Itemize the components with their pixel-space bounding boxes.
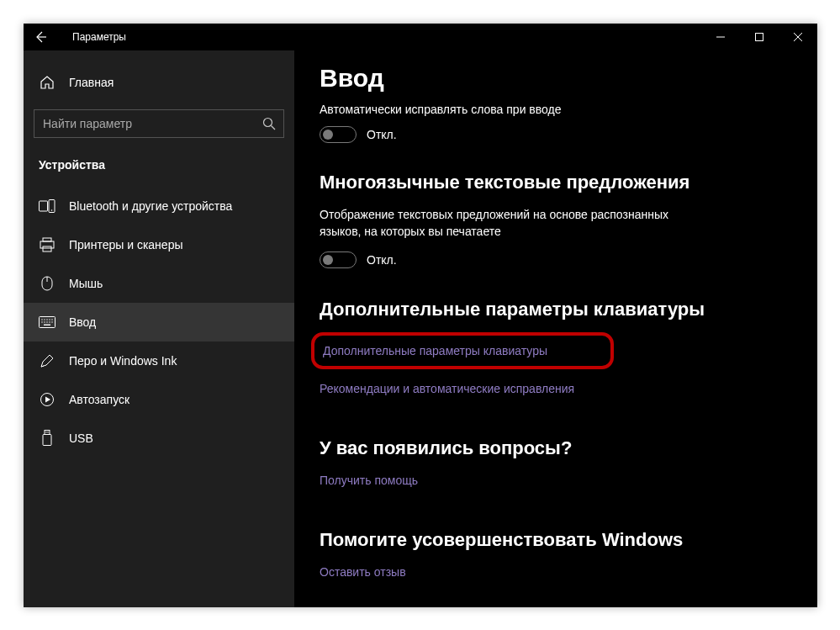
multilang-section: Многоязычные текстовые предложения Отобр… xyxy=(320,172,792,268)
main-panel: Ввод Автоматически исправлять слова при … xyxy=(294,50,817,607)
feedback-heading: Помогите усовершенствовать Windows xyxy=(320,529,792,551)
svg-point-4 xyxy=(51,209,53,211)
sidebar-item-mouse[interactable]: Мышь xyxy=(24,264,294,303)
sidebar: Главная Устройства Bluetooth и другие ус… xyxy=(24,50,294,607)
svg-point-20 xyxy=(51,321,52,322)
advanced-heading: Дополнительные параметры клавиатуры xyxy=(320,299,792,320)
sidebar-item-label: Автозапуск xyxy=(69,393,129,406)
minimize-icon xyxy=(716,33,725,41)
autocorrect-toggle[interactable] xyxy=(320,126,357,143)
search-input[interactable] xyxy=(34,109,284,138)
multilang-toggle[interactable] xyxy=(320,251,357,268)
sidebar-item-label: Перо и Windows Ink xyxy=(69,354,177,368)
mouse-icon xyxy=(39,275,55,292)
advanced-section: Дополнительные параметры клавиатуры Допо… xyxy=(320,299,792,407)
get-help-link[interactable]: Получить помощь xyxy=(320,474,418,487)
svg-point-16 xyxy=(41,321,42,322)
svg-rect-21 xyxy=(44,325,50,326)
maximize-button[interactable] xyxy=(740,24,779,50)
close-button[interactable] xyxy=(779,24,817,50)
devices-icon xyxy=(39,198,55,214)
feedback-link[interactable]: Оставить отзыв xyxy=(320,565,406,579)
sidebar-item-label: Принтеры и сканеры xyxy=(69,238,182,251)
highlighted-link: Дополнительные параметры клавиатуры xyxy=(311,332,614,369)
back-button[interactable] xyxy=(24,24,57,50)
help-section: У вас появились вопросы? Получить помощь xyxy=(320,437,792,499)
sidebar-item-label: USB xyxy=(69,431,93,445)
autocorrect-label: Автоматически исправлять слова при вводе xyxy=(320,103,792,116)
autocorrect-state: Откл. xyxy=(367,128,397,141)
back-arrow-icon xyxy=(34,30,47,44)
sidebar-item-autoplay[interactable]: Автозапуск xyxy=(24,380,294,419)
sidebar-item-label: Bluetooth и другие устройства xyxy=(69,199,232,213)
svg-rect-5 xyxy=(43,238,51,241)
multilang-state: Откл. xyxy=(367,253,397,267)
multilang-toggle-row: Откл. xyxy=(320,251,792,268)
sidebar-item-label: Ввод xyxy=(69,315,96,329)
feedback-section: Помогите усовершенствовать Windows Остав… xyxy=(320,529,792,590)
svg-point-15 xyxy=(51,319,52,320)
sidebar-home[interactable]: Главная xyxy=(24,66,294,99)
minimize-button[interactable] xyxy=(701,24,740,50)
sidebar-home-label: Главная xyxy=(69,76,114,89)
window-title: Параметры xyxy=(57,31,126,43)
svg-point-14 xyxy=(49,319,50,320)
svg-point-12 xyxy=(44,319,45,320)
sidebar-category: Устройства xyxy=(24,153,294,187)
sidebar-item-typing[interactable]: Ввод xyxy=(24,303,294,341)
svg-rect-0 xyxy=(756,34,763,41)
sidebar-item-printers[interactable]: Принтеры и сканеры xyxy=(24,225,294,264)
content-area: Главная Устройства Bluetooth и другие ус… xyxy=(24,50,817,607)
svg-point-19 xyxy=(49,321,50,322)
titlebar: Параметры xyxy=(24,24,817,50)
multilang-desc: Отображение текстовых предложений на осн… xyxy=(320,207,706,240)
multilang-heading: Многоязычные текстовые предложения xyxy=(320,172,792,193)
page-title: Ввод xyxy=(320,64,792,93)
search-container xyxy=(34,109,284,138)
svg-rect-25 xyxy=(46,431,47,433)
pen-icon xyxy=(39,352,55,369)
svg-rect-7 xyxy=(43,246,51,251)
home-icon xyxy=(39,74,55,91)
sidebar-item-bluetooth[interactable]: Bluetooth и другие устройства xyxy=(24,187,294,225)
close-icon xyxy=(794,33,802,41)
keyboard-icon xyxy=(39,314,55,331)
svg-point-13 xyxy=(46,319,47,320)
sidebar-item-pen[interactable]: Перо и Windows Ink xyxy=(24,341,294,380)
svg-rect-23 xyxy=(45,431,50,435)
svg-point-11 xyxy=(41,319,42,320)
suggestions-autocorrect-link[interactable]: Рекомендации и автоматические исправлени… xyxy=(320,382,574,395)
svg-rect-24 xyxy=(43,435,51,446)
autoplay-icon xyxy=(39,391,55,408)
usb-icon xyxy=(39,430,55,447)
svg-point-18 xyxy=(46,321,47,322)
maximize-icon xyxy=(755,33,763,41)
advanced-keyboard-link[interactable]: Дополнительные параметры клавиатуры xyxy=(321,341,549,361)
svg-point-17 xyxy=(44,321,45,322)
svg-rect-6 xyxy=(40,241,54,248)
settings-window: Параметры Главная xyxy=(24,24,817,607)
autocorrect-toggle-row: Откл. xyxy=(320,126,792,143)
svg-rect-26 xyxy=(48,431,49,433)
sidebar-item-usb[interactable]: USB xyxy=(24,419,294,458)
printer-icon xyxy=(39,236,55,253)
help-heading: У вас появились вопросы? xyxy=(320,437,792,459)
sidebar-item-label: Мышь xyxy=(69,277,103,290)
svg-rect-2 xyxy=(40,201,48,211)
